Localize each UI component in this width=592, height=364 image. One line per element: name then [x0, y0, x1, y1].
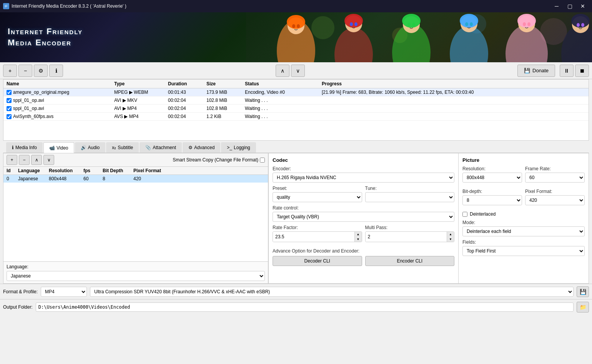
- framerate-label: Frame Rate:: [525, 166, 585, 171]
- tab-advanced[interactable]: ⚙ Advanced: [183, 142, 220, 153]
- fields-dropdown[interactable]: Top Field First: [462, 246, 585, 256]
- file-checkbox[interactable]: [7, 106, 12, 111]
- pixel-format-dropdown[interactable]: 420: [525, 195, 585, 205]
- language-dropdown[interactable]: Japanese: [7, 271, 265, 281]
- file-name: sppl_01_op.avi: [7, 106, 114, 111]
- track-id: 0: [7, 176, 18, 181]
- file-status: Waiting . . .: [245, 106, 322, 111]
- multi-pass-down[interactable]: ▼: [447, 237, 454, 242]
- fields-label: Fields:: [462, 239, 585, 245]
- preset-dropdown[interactable]: quality: [273, 192, 362, 202]
- file-progress: [21.99 %] Frame: 683, Bitrate: 1060 kb/s…: [322, 90, 585, 95]
- remove-button[interactable]: −: [18, 65, 32, 77]
- track-row[interactable]: 0 Japanese 800x448 60 8 420: [3, 175, 268, 183]
- banner-title: Internet Friendly Media Encoder: [8, 26, 83, 48]
- save-button[interactable]: 💾: [577, 286, 589, 297]
- file-type: AVI ▶ MP4: [114, 106, 168, 111]
- video-icon: 📹: [49, 145, 55, 151]
- tune-dropdown[interactable]: [365, 192, 455, 202]
- tab-audio[interactable]: 🔊 Audio: [75, 142, 106, 153]
- svg-point-31: [523, 22, 526, 26]
- mode-dropdown[interactable]: Deinterlace each field: [462, 226, 585, 236]
- format-dropdown[interactable]: MP4: [41, 287, 87, 297]
- rate-factor-up[interactable]: ▲: [355, 232, 362, 237]
- left-panel: + − ∧ ∨ Smart Stream Copy (Change File F…: [3, 153, 268, 284]
- rate-factor-btns: ▲ ▼: [354, 232, 362, 242]
- encoder-dropdown[interactable]: H.265 Rigaya Nvidia NVENC: [273, 173, 454, 183]
- rate-factor-input[interactable]: [273, 232, 354, 242]
- svg-point-25: [350, 22, 353, 26]
- browse-folder-button[interactable]: 📁: [577, 302, 589, 312]
- codec-panel: Codec Encoder: H.265 Rigaya Nvidia NVENC…: [268, 153, 458, 284]
- file-name: amegure_op_original.mpeg: [7, 90, 114, 95]
- bit-depth-label: Bit-depth:: [462, 189, 522, 194]
- track-col-depth: Bit Depth: [103, 168, 133, 173]
- logging-icon: >_: [227, 145, 232, 150]
- track-col-lang: Language: [18, 168, 49, 173]
- file-checkbox[interactable]: [7, 90, 12, 95]
- multi-pass-up[interactable]: ▲: [447, 232, 454, 237]
- track-add-button[interactable]: +: [7, 155, 17, 165]
- tab-logging[interactable]: >_ Logging: [221, 142, 256, 153]
- info-button[interactable]: ℹ: [49, 65, 63, 77]
- file-list-row[interactable]: sppl_01_op.avi AVI ▶ MKV 00:02:04 102.8 …: [3, 96, 589, 105]
- smart-copy-checkbox[interactable]: [260, 158, 265, 163]
- file-type: MPEG ▶ WEBM: [114, 90, 168, 95]
- add-button[interactable]: +: [3, 65, 17, 77]
- app-icon: IF: [3, 3, 9, 9]
- rate-factor-down[interactable]: ▼: [355, 237, 362, 242]
- framerate-dropdown[interactable]: 60: [525, 173, 585, 183]
- resolution-dropdown[interactable]: 800x448: [462, 173, 522, 183]
- svg-point-20: [460, 14, 478, 28]
- bitdepth-pf-row: Bit-depth: 8 Pixel Format: 420: [462, 189, 585, 208]
- tab-media-info[interactable]: ℹ Media Info: [6, 142, 43, 153]
- rate-control-dropdown[interactable]: Target Quality (VBR): [273, 212, 454, 222]
- multi-pass-input[interactable]: [366, 232, 447, 242]
- up-button[interactable]: ∧: [276, 65, 289, 77]
- svg-point-18: [344, 14, 363, 28]
- file-list-rows: amegure_op_original.mpeg MPEG ▶ WEBM 00:…: [3, 88, 589, 121]
- track-up-button[interactable]: ∧: [31, 155, 42, 165]
- file-checkbox[interactable]: [7, 98, 12, 103]
- resolution-label: Resolution:: [462, 166, 522, 171]
- file-list-row[interactable]: AviSynth_60fps.avs AVS ▶ MP4 00:02:04 1.…: [3, 113, 589, 121]
- profile-dropdown[interactable]: Ultra Compression SDR YUV420 8bit (Fraun…: [90, 287, 574, 297]
- deinterlaced-checkbox[interactable]: [462, 212, 467, 217]
- svg-point-33: [577, 23, 580, 27]
- svg-point-23: [292, 24, 295, 28]
- pause-button[interactable]: ⏸: [560, 65, 574, 77]
- minimize-button[interactable]: ─: [550, 0, 563, 12]
- encoder-cli-button[interactable]: Encoder CLI: [365, 256, 455, 266]
- rate-factor-spinbox: ▲ ▼: [273, 231, 362, 242]
- tab-attachment[interactable]: 📎 Attachment: [140, 142, 182, 153]
- donate-button[interactable]: 💾 Donate: [517, 65, 555, 77]
- track-fps: 60: [83, 176, 103, 181]
- output-path-input[interactable]: [36, 303, 574, 312]
- maximize-button[interactable]: ▢: [564, 0, 576, 12]
- tune-label: Tune:: [365, 186, 455, 191]
- tab-video[interactable]: 📹 Video: [43, 142, 74, 153]
- encoder-label: Encoder:: [273, 166, 454, 171]
- track-remove-button[interactable]: −: [19, 155, 30, 165]
- close-button[interactable]: ✕: [577, 0, 589, 12]
- track-header: Id Language Resolution fps Bit Depth Pix…: [3, 167, 268, 175]
- rate-control-label: Rate control:: [273, 205, 454, 211]
- file-checkbox[interactable]: [7, 114, 12, 119]
- preset-field: Preset: quality: [273, 186, 362, 202]
- decoder-cli-button[interactable]: Decoder CLI: [273, 256, 362, 266]
- file-list-row[interactable]: amegure_op_original.mpeg MPEG ▶ WEBM 00:…: [3, 88, 589, 96]
- track-col-fps: fps: [83, 168, 103, 173]
- banner-anime: [246, 12, 592, 62]
- col-name: Name: [7, 81, 114, 86]
- tab-subtitle[interactable]: x₂ Subtitle: [106, 142, 139, 153]
- file-list-row[interactable]: sppl_01_op.avi AVI ▶ MP4 00:02:04 102.8 …: [3, 105, 589, 113]
- settings-button[interactable]: ⚙: [34, 65, 48, 77]
- svg-point-1: [311, 16, 334, 39]
- file-duration: 00:01:43: [168, 90, 206, 95]
- file-name: sppl_01_op.avi: [7, 98, 114, 103]
- track-down-button[interactable]: ∨: [43, 155, 54, 165]
- framerate-field: Frame Rate: 60: [525, 166, 585, 183]
- down-button[interactable]: ∨: [291, 65, 305, 77]
- stop-button[interactable]: ⏹: [575, 65, 589, 77]
- bit-depth-dropdown[interactable]: 8: [462, 195, 522, 205]
